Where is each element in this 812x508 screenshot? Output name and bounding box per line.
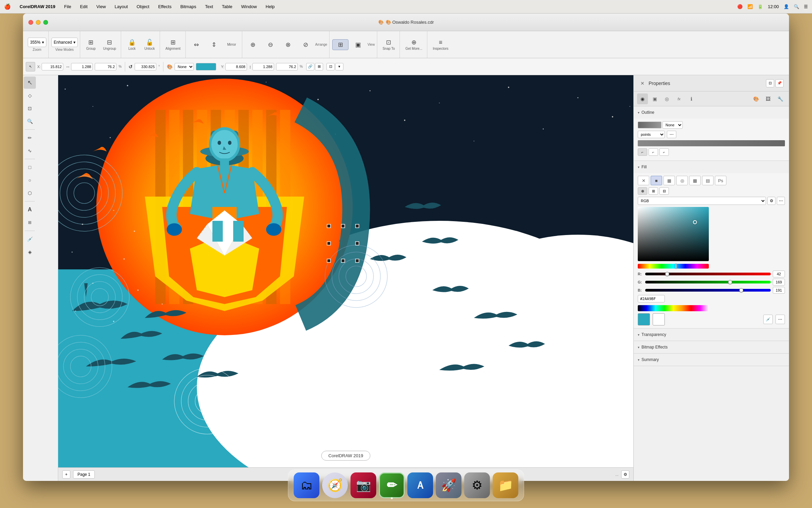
menu-file[interactable]: File bbox=[63, 3, 72, 10]
join-btn2[interactable]: ⌐ bbox=[649, 148, 658, 156]
menu-window[interactable]: Window bbox=[240, 3, 258, 10]
close-button[interactable] bbox=[28, 20, 33, 25]
group-button[interactable]: ⊞ Group bbox=[83, 37, 99, 52]
menu-layout[interactable]: Layout bbox=[113, 3, 129, 10]
search-menu-icon[interactable]: 🔍 bbox=[794, 4, 799, 9]
canvas-options-button[interactable]: ⚙ bbox=[621, 470, 629, 479]
ellipse-tool-btn[interactable]: ○ bbox=[24, 174, 36, 186]
percent2-input[interactable] bbox=[276, 63, 298, 70]
arrange-btn4[interactable]: ⊘ bbox=[298, 40, 314, 50]
menu-edit[interactable]: Edit bbox=[78, 3, 89, 10]
crop-tool-btn[interactable]: ⊡ bbox=[24, 102, 36, 114]
menu-help[interactable]: Help bbox=[264, 3, 276, 10]
tab-object[interactable]: ◉ bbox=[637, 93, 648, 104]
arrange-btn1[interactable]: ⊕ bbox=[245, 40, 261, 50]
getmore-button[interactable]: ⊕ Get More... bbox=[403, 37, 425, 52]
outline-color-preview[interactable] bbox=[638, 122, 661, 128]
join-btn3[interactable]: ⌐ bbox=[659, 148, 669, 156]
menu-table[interactable]: Table bbox=[221, 3, 234, 10]
tab-color3[interactable]: 🔧 bbox=[775, 93, 786, 104]
view-grid-button[interactable]: ⊞ bbox=[332, 39, 348, 50]
alignment-button[interactable]: ⊞ Alignment bbox=[163, 37, 183, 52]
shape-tool-btn[interactable]: ◇ bbox=[24, 89, 36, 102]
add-page-button[interactable]: + bbox=[62, 470, 70, 479]
panel-close-button[interactable]: ✕ bbox=[639, 80, 646, 87]
polygon-tool-btn[interactable]: ⬡ bbox=[24, 187, 36, 199]
safari-icon[interactable]: 🧭 bbox=[322, 472, 348, 498]
fill-tool-btn[interactable]: ◈ bbox=[24, 246, 36, 258]
tab-color2[interactable]: 🖼 bbox=[763, 93, 773, 104]
outline-preview-bar[interactable] bbox=[638, 140, 785, 146]
control-icon[interactable]: ☰ bbox=[804, 4, 808, 9]
screensnap-icon[interactable]: 📷 bbox=[351, 472, 376, 498]
percent1-input[interactable] bbox=[95, 63, 116, 70]
fill-none-select[interactable]: None bbox=[175, 63, 194, 70]
outline-dropdown[interactable]: None bbox=[662, 121, 683, 129]
mirror-v-button[interactable]: ⇕ bbox=[206, 40, 222, 50]
fill-radial-btn[interactable]: ◎ bbox=[676, 176, 688, 185]
fill-mode-select[interactable]: RGB bbox=[638, 197, 766, 205]
summary-section-header[interactable]: ▾ Summary bbox=[634, 354, 789, 366]
typewriter-icon[interactable]: Ａ bbox=[407, 472, 433, 498]
select-tool-btn[interactable]: ↖ bbox=[24, 77, 36, 89]
join-btn1[interactable]: ⌐ bbox=[638, 148, 647, 156]
display-btn1[interactable]: ⊡ bbox=[326, 63, 335, 70]
rocket-icon[interactable]: 🚀 bbox=[436, 472, 461, 498]
panel-scroll-area[interactable]: ▾ Outline None bbox=[634, 106, 789, 481]
panel-expand-button[interactable]: ⊡ bbox=[766, 79, 774, 87]
battery-icon[interactable]: 🔋 bbox=[758, 4, 763, 9]
text-tool-btn[interactable]: A bbox=[24, 204, 36, 216]
fill-section-header[interactable]: ▾ Fill bbox=[634, 161, 789, 173]
tab-info[interactable]: ℹ bbox=[686, 93, 697, 104]
r-value-input[interactable] bbox=[773, 271, 785, 277]
rect-tool-btn[interactable]: □ bbox=[24, 161, 36, 173]
ungroup-button[interactable]: ⊟ Ungroup bbox=[100, 37, 119, 52]
maximize-button[interactable] bbox=[43, 20, 48, 25]
menu-bitmaps[interactable]: Bitmaps bbox=[179, 3, 198, 10]
g-slider[interactable] bbox=[645, 281, 771, 283]
fill-solid-btn[interactable]: ■ bbox=[651, 176, 662, 185]
angle-input[interactable] bbox=[135, 63, 156, 70]
snap-button[interactable]: ⊡ Snap To bbox=[380, 37, 398, 52]
zoom-dropdown[interactable]: 355% ▾ bbox=[28, 38, 46, 47]
fill-postscript-btn[interactable]: Ps bbox=[715, 176, 726, 185]
zoom-tool-btn[interactable]: 🔍 bbox=[24, 115, 36, 127]
panel-pin-button[interactable]: 📌 bbox=[775, 79, 784, 87]
fill-more-button[interactable]: ⋯ bbox=[775, 315, 785, 324]
fill-sub-btn1[interactable]: ⊕ bbox=[638, 187, 647, 195]
smartdraw-tool-btn[interactable]: ∿ bbox=[24, 145, 36, 157]
outline-unit-select[interactable]: points bbox=[638, 131, 665, 138]
fill-pattern-btn[interactable]: ▩ bbox=[689, 176, 701, 185]
arrange-btn3[interactable]: ⊗ bbox=[280, 40, 296, 50]
mirror-h-button[interactable]: ⇔ bbox=[188, 40, 205, 50]
bitmap-effects-section-header[interactable]: ▾ Bitmap Effects bbox=[634, 341, 789, 353]
b-slider[interactable] bbox=[645, 289, 771, 292]
minimize-button[interactable] bbox=[36, 20, 41, 25]
g-value-input[interactable] bbox=[773, 279, 785, 285]
fill-preview-swatch[interactable] bbox=[638, 313, 650, 325]
hue-bar[interactable] bbox=[638, 264, 709, 269]
tab-outline[interactable]: ◎ bbox=[661, 93, 672, 104]
fill-default-swatch[interactable] bbox=[653, 313, 665, 325]
page-1-tab[interactable]: Page 1 bbox=[73, 470, 95, 479]
menu-object[interactable]: Object bbox=[135, 3, 151, 10]
canvas-area[interactable]: × CorelDRAW 2019 + Page 1 ... ⚙ bbox=[58, 75, 633, 481]
hex-input[interactable] bbox=[638, 295, 665, 302]
finder-icon[interactable]: 🗂 bbox=[294, 472, 319, 498]
lock-aspect-button[interactable]: 🔗 bbox=[306, 63, 314, 70]
outline-more-button[interactable]: ⋯ bbox=[667, 131, 676, 138]
color-swatches-bar[interactable] bbox=[638, 305, 709, 311]
table-tool-btn[interactable]: ⊞ bbox=[24, 216, 36, 229]
freehand-tool-btn[interactable]: ✏ bbox=[24, 132, 36, 144]
display-btn2[interactable]: ▾ bbox=[335, 63, 343, 70]
color-picker[interactable] bbox=[638, 207, 709, 261]
r-slider[interactable] bbox=[645, 273, 771, 275]
eyedropper-tool-btn[interactable]: 💉 bbox=[24, 233, 36, 245]
viewmodes-dropdown[interactable]: Enhanced ▾ bbox=[51, 38, 78, 47]
menu-text[interactable]: Text bbox=[204, 3, 215, 10]
fill-sub-btn2[interactable]: ⊞ bbox=[649, 187, 658, 195]
wifi-icon[interactable]: 📶 bbox=[747, 4, 753, 9]
user-icon[interactable]: 👤 bbox=[784, 4, 789, 9]
apple-menu[interactable]: 🍎 bbox=[4, 3, 11, 10]
fill-settings-button[interactable]: ⚙ bbox=[767, 197, 775, 205]
